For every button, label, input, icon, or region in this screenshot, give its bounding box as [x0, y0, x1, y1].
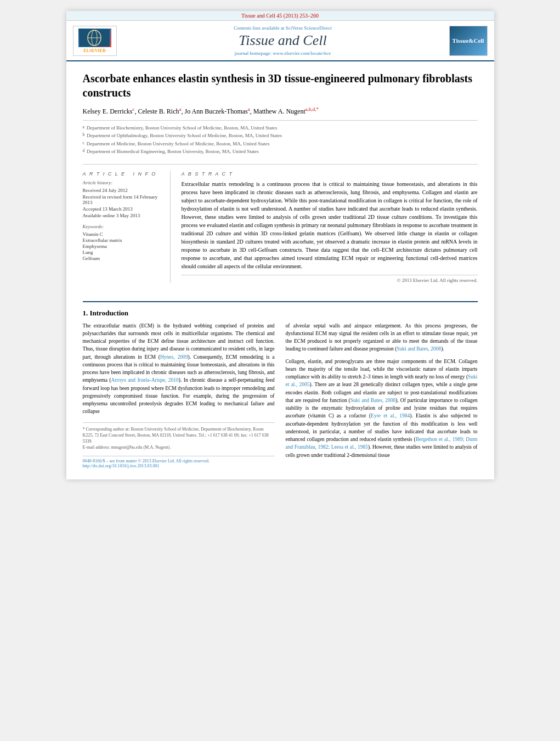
affil-b: b Department of Ophthalmology, Boston Un… [83, 132, 478, 139]
footnote-corresponding: * Corresponding author at: Boston Univer… [83, 426, 275, 445]
affil-a-sup: a [83, 124, 84, 132]
body-section: 1. Introduction The extracellular matrix… [66, 301, 494, 480]
article-page: Tissue and Cell 45 (2013) 253–260 ELSEVI… [66, 11, 494, 479]
received-date: Received 24 July 2012 [83, 188, 163, 193]
elsevier-logo-image [78, 29, 111, 47]
author3-sup: a [248, 106, 250, 112]
elsevier-logo-box: ELSEVIER [73, 26, 117, 56]
journal-title: Tissue and Cell [117, 32, 449, 49]
footnote-email: E-mail address: mnugent@bu.edu (M.A. Nug… [83, 444, 275, 450]
journal-center-header: Contents lists available at SciVerse Sci… [117, 25, 449, 56]
abstract-section-label: A B S T R A C T [182, 171, 478, 177]
article-info-section-label: A R T I C L E I N F O [83, 171, 163, 177]
journal-homepage-text: journal homepage: www.elsevier.com/locat… [117, 50, 449, 56]
keyword-5: Gelfoam [83, 256, 163, 261]
affil-c: c Department of Medicine, Boston Univers… [83, 140, 478, 148]
body-divider [83, 301, 478, 302]
body-left-para1: The extracellular matrix (ECM) is the hy… [83, 322, 275, 416]
email-name: (M.A. Nugent). [143, 445, 171, 450]
author3-name: Jo Ann Buczek-Thomas [184, 108, 247, 115]
keywords-label: Keywords: [83, 224, 163, 229]
affil-b-text: Department of Ophthalmology, Boston Univ… [87, 132, 282, 139]
article-info-col: A R T I C L E I N F O Article history: R… [83, 171, 171, 283]
affil-d-sup: d [83, 148, 85, 155]
keyword-4: Lung [83, 250, 163, 255]
received-revised-date: Received in revised form 14 February 201… [83, 194, 163, 205]
ref-suki-2005[interactable]: Suki et al., 2005 [286, 374, 478, 387]
available-date: Available online 3 May 2013 [83, 213, 163, 218]
keyword-3: Emphysema [83, 244, 163, 249]
email-label: E-mail address: [83, 445, 111, 450]
abstract-col: A B S T R A C T Extracellular matrix rem… [182, 171, 478, 283]
elsevier-brand-text: ELSEVIER [83, 48, 105, 53]
authors-line: Kelsey E. Derricksc, Celeste B. Richa, J… [83, 106, 478, 116]
body-right-para1: of alveolar septal walls and airspace en… [286, 322, 478, 353]
affil-a: a Department of Biochemistry, Boston Uni… [83, 124, 478, 132]
article-title: Ascorbate enhances elastin synthesis in … [83, 71, 478, 100]
author1-sup: c [132, 106, 134, 112]
affil-d-text: Department of Biomedical Engineering, Bo… [87, 148, 259, 155]
intro-heading: 1. Introduction [83, 309, 478, 318]
keyword-2: Extracellular matrix [83, 237, 163, 243]
article-history-label: Article history: [83, 180, 163, 185]
abstract-text: Extracellular matrix remodeling is a con… [182, 180, 478, 270]
homepage-link[interactable]: www.elsevier.com/locate/tice [273, 50, 331, 56]
email-link[interactable]: mnugent@bu.edu [111, 445, 142, 450]
affil-d: d Department of Biomedical Engineering, … [83, 148, 478, 155]
sciverse-link[interactable]: SciVerse ScienceDirect [286, 25, 332, 31]
issn-text: 0040-8166/$ – see front matter © 2013 El… [83, 459, 210, 463]
affil-c-sup: c [83, 140, 84, 148]
affil-c-text: Department of Medicine, Boston Universit… [87, 140, 270, 148]
journal-logo-right: Tissue&Cell [449, 26, 488, 56]
citation-bar: Tissue and Cell 45 (2013) 253–260 [66, 11, 494, 21]
footnote-area: * Corresponding author at: Boston Univer… [83, 422, 275, 451]
author4-name: Matthew A. Nugent [253, 108, 306, 115]
elsevier-logo-area: ELSEVIER [73, 26, 117, 56]
ref-hynes[interactable]: Hynes, 2009 [160, 354, 188, 360]
ref-eyre[interactable]: Eyre et al., 1984 [371, 413, 410, 418]
author4-sup: a,b,d,* [306, 106, 319, 112]
issn-line: 0040-8166/$ – see front matter © 2013 El… [83, 456, 275, 468]
journal-header: ELSEVIER Contents lists available at Sci… [66, 21, 494, 61]
accepted-date: Accepted 13 March 2013 [83, 206, 163, 212]
body-two-col: The extracellular matrix (ECM) is the hy… [83, 322, 478, 469]
body-left-col: The extracellular matrix (ECM) is the hy… [83, 322, 275, 469]
contents-link-text: Contents lists available at SciVerse Sci… [117, 25, 449, 31]
doi-link[interactable]: http://dx.doi.org/10.1016/j.tice.2013.03… [83, 463, 160, 468]
affil-b-sup: b [83, 132, 85, 139]
author1-name: Kelsey E. Derricks [83, 108, 133, 115]
ref-suki-bates[interactable]: Suki and Bates, 2008 [397, 346, 441, 352]
ref-bergethon[interactable]: Bergethon et al., 1989; Dunn and Franzbl… [286, 437, 478, 450]
tissue-cell-logo: Tissue&Cell [449, 26, 488, 56]
body-right-para2: Collagen, elastin, and proteoglycans are… [286, 358, 478, 459]
ref-arroyo[interactable]: Arroyo and Iruela-Arispe, 2010 [111, 377, 178, 383]
abstract-copyright: © 2013 Elsevier Ltd. All rights reserved… [182, 275, 478, 283]
info-abstract-section: A R T I C L E I N F O Article history: R… [83, 164, 478, 283]
body-right-col: of alveolar septal walls and airspace en… [286, 322, 478, 469]
article-header-section: Ascorbate enhances elastin synthesis in … [66, 61, 494, 301]
logo-text: Tissue&Cell [452, 37, 484, 44]
citation-text: Tissue and Cell 45 (2013) 253–260 [241, 13, 319, 19]
affiliations-section: a Department of Biochemistry, Boston Uni… [83, 120, 478, 156]
synthesis-word: synthesis [393, 437, 412, 442]
author2-name: Celeste B. Rich [138, 108, 179, 115]
affil-a-text: Department of Biochemistry, Boston Unive… [87, 124, 278, 132]
keyword-1: Vitamin C [83, 231, 163, 237]
author2-sup: a [179, 106, 181, 112]
ref-suki-bates2[interactable]: Suki and Bates, 2008 [350, 398, 396, 403]
